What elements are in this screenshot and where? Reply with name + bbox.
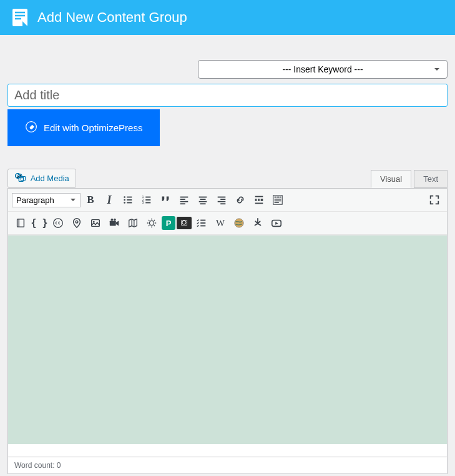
svg-point-8 [124, 199, 125, 201]
align-center-button[interactable] [194, 191, 212, 209]
youtube-icon[interactable] [268, 214, 285, 232]
link-button[interactable] [232, 191, 249, 209]
svg-rect-13 [145, 197, 150, 198]
wikipedia-icon[interactable]: W [212, 214, 229, 232]
document-icon [10, 7, 30, 27]
svg-rect-42 [17, 219, 24, 227]
svg-rect-24 [199, 201, 207, 202]
add-media-label: Add Media [31, 174, 69, 183]
svg-rect-20 [180, 201, 188, 202]
book-icon[interactable] [12, 214, 29, 232]
format-select[interactable]: Paragraph [12, 193, 81, 207]
pexels-icon[interactable]: P [162, 216, 175, 230]
insert-keyword-select[interactable]: --- Insert Keyword --- [198, 60, 448, 79]
video-camera-icon[interactable] [105, 214, 123, 232]
title-input[interactable] [7, 84, 448, 107]
svg-rect-7 [127, 197, 132, 198]
fullscreen-button[interactable] [426, 191, 443, 209]
tab-visual[interactable]: Visual [371, 170, 411, 188]
align-right-button[interactable] [213, 191, 230, 209]
svg-rect-40 [275, 201, 281, 201]
svg-rect-41 [275, 202, 279, 203]
svg-rect-29 [220, 203, 225, 204]
toolbar-row-1: Paragraph B I 123 [8, 189, 447, 212]
svg-rect-54 [200, 220, 205, 221]
svg-rect-19 [180, 199, 185, 200]
italic-button[interactable]: I [100, 191, 118, 209]
svg-rect-26 [218, 197, 226, 198]
svg-rect-55 [200, 222, 205, 224]
bold-button[interactable]: B [82, 191, 99, 209]
svg-rect-34 [261, 199, 263, 201]
image-icon[interactable] [87, 214, 104, 232]
svg-point-49 [114, 219, 116, 221]
svg-rect-39 [275, 199, 281, 199]
shortcode-icon[interactable]: { } [31, 214, 48, 232]
globe-icon[interactable] [230, 214, 248, 232]
editor-top-bar: Add Media Visual Text [7, 169, 448, 188]
editor-toolbar: Paragraph B I 123 { } [7, 188, 448, 457]
svg-rect-25 [200, 203, 206, 204]
page-header: Add New Content Group [0, 0, 455, 35]
svg-text:3: 3 [142, 201, 144, 204]
svg-rect-17 [145, 202, 150, 204]
svg-point-57 [235, 219, 243, 227]
svg-rect-38 [280, 197, 281, 198]
svg-rect-51 [179, 219, 190, 228]
creative-commons-icon[interactable] [49, 214, 67, 232]
svg-point-48 [111, 219, 114, 221]
svg-rect-31 [255, 203, 263, 204]
map-icon[interactable] [124, 214, 142, 232]
svg-rect-56 [200, 226, 205, 227]
svg-point-6 [124, 196, 125, 198]
edit-optimizepress-button[interactable]: Edit with OptimizePress [7, 109, 160, 146]
svg-rect-30 [255, 196, 263, 197]
svg-rect-36 [275, 197, 277, 198]
toolbar-row-2: { } P W [8, 212, 447, 235]
svg-rect-47 [110, 221, 116, 226]
weather-icon[interactable] [143, 214, 160, 232]
read-more-button[interactable] [250, 191, 268, 209]
svg-rect-23 [200, 199, 206, 200]
svg-point-43 [54, 219, 62, 227]
svg-point-44 [76, 221, 78, 223]
svg-rect-27 [220, 199, 225, 200]
editor-blank-strip [8, 444, 447, 457]
add-media-button[interactable]: Add Media [7, 169, 76, 188]
svg-rect-22 [199, 197, 207, 198]
svg-rect-45 [92, 220, 100, 227]
bullet-list-button[interactable] [119, 191, 137, 209]
svg-rect-9 [127, 199, 132, 201]
deposit-photos-icon[interactable] [177, 217, 192, 229]
editor-tabs: Visual Text [371, 170, 448, 188]
media-icon [14, 172, 27, 184]
editor-content-area[interactable] [8, 235, 447, 444]
svg-rect-33 [258, 199, 260, 201]
svg-rect-0 [12, 9, 27, 26]
optimizepress-icon [25, 121, 37, 135]
align-left-button[interactable] [175, 191, 193, 209]
svg-rect-18 [180, 197, 188, 198]
editor-section: Add Media Visual Text Paragraph B I 123 [7, 169, 448, 474]
toolbar-toggle-button[interactable] [269, 191, 286, 209]
edit-optimizepress-label: Edit with OptimizePress [44, 122, 142, 133]
svg-rect-28 [218, 201, 226, 202]
yelp-icon[interactable] [249, 214, 267, 232]
svg-rect-11 [127, 202, 132, 204]
editor-status-bar: Word count: 0 [7, 457, 448, 474]
tab-text[interactable]: Text [414, 170, 448, 188]
blockquote-button[interactable] [157, 191, 174, 209]
keyword-row: --- Insert Keyword --- [7, 60, 448, 79]
svg-point-50 [149, 221, 154, 225]
checklist-icon[interactable] [193, 214, 210, 232]
page-title: Add New Content Group [37, 9, 187, 26]
word-count-label: Word count: 0 [14, 461, 61, 470]
svg-rect-32 [255, 199, 257, 201]
location-pin-icon[interactable] [68, 214, 86, 232]
svg-rect-15 [145, 199, 150, 201]
content-area: --- Insert Keyword --- Edit with Optimiz… [0, 35, 455, 476]
numbered-list-button[interactable]: 123 [138, 191, 155, 209]
svg-rect-37 [277, 197, 280, 198]
svg-rect-21 [180, 203, 185, 204]
svg-point-10 [124, 202, 125, 204]
